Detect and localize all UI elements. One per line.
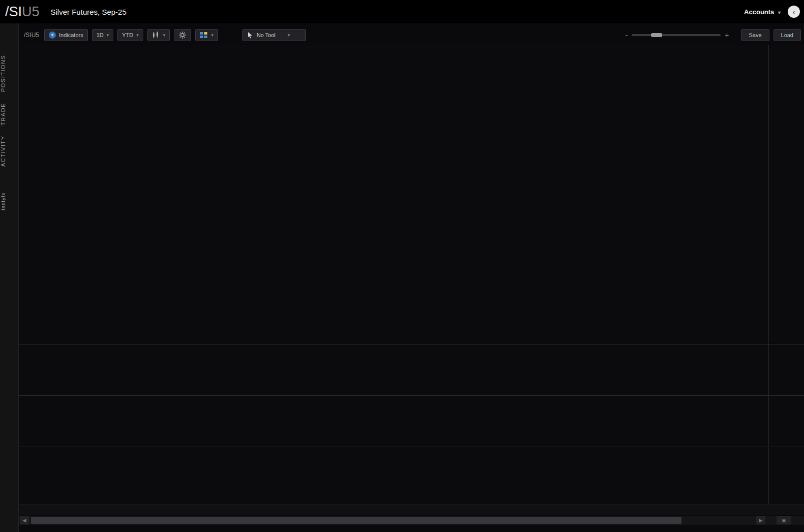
load-button[interactable]: Load [774,29,801,41]
chevron-down-icon: ▾ [211,33,213,38]
save-button[interactable]: Save [741,29,769,41]
chevron-down-icon: ▾ [163,33,166,38]
range-value: YTD [122,32,133,38]
chart-toolbar: /SIU5 ✳ Indicators 1D ▾ YTD ▾ ▾ [22,27,801,43]
chart-settings-button[interactable] [174,29,191,41]
zoom-in-button[interactable]: + [725,31,729,39]
zoom-control: - + [622,31,733,39]
chevron-down-icon: ▾ [136,33,139,38]
cursor-icon [247,32,253,39]
load-label: Load [781,32,793,38]
macd-panel [19,344,804,395]
range-dropdown[interactable]: YTD ▾ [117,29,143,41]
indicators-button[interactable]: ✳ Indicators [44,29,88,41]
scroll-reset-button[interactable]: ▣ [777,516,791,524]
chevron-down-icon: ▾ [778,10,781,15]
symbol-suffix: U5 [22,4,40,20]
tool-label: No Tool [257,32,275,38]
account-circle-button[interactable]: ‹ [788,6,800,18]
toolbar-symbol-label: /SIU5 [24,32,39,39]
gear-icon [178,31,187,39]
zoom-slider-thumb[interactable] [651,33,662,37]
zoom-slider-track[interactable] [632,34,721,36]
timeframe-value: 1D [97,32,104,38]
price-chart-canvas[interactable] [19,45,768,343]
ivr-panel [19,447,804,504]
indicators-icon: ✳ [49,32,56,39]
sidebar-tab-activity[interactable]: ACTIVITY [0,131,19,171]
macd-canvas[interactable] [19,345,768,395]
chart-region: /SIU5 ✳ Indicators 1D ▾ YTD ▾ ▾ [19,23,804,532]
timeframe-dropdown[interactable]: 1D ▾ [92,29,114,41]
sidebar-tab-tastyfx[interactable]: tastyfx [0,185,19,217]
accounts-button[interactable]: Accounts ▾ [744,8,781,16]
price-chart-panel [19,45,804,343]
price-axis[interactable] [768,45,804,343]
scrollbar-thumb[interactable] [31,517,682,524]
candlestick-chart-icon [152,32,160,39]
symbol-root: /SI [5,4,22,20]
stochastic-canvas[interactable] [19,396,768,446]
horizontal-scrollbar: ◀ ▶ ▣ [19,516,804,525]
macd-axis[interactable] [768,345,804,395]
chevron-down-icon: ▾ [288,33,290,38]
instrument-title: Silver Futures, Sep-25 [51,8,127,16]
sidebar-tab-trade[interactable]: TRADE [0,100,19,129]
stochastic-panel [19,395,804,446]
sidebar-tab-positions[interactable]: POSITIONS [0,48,19,99]
zoom-out-button[interactable]: - [626,31,628,39]
quote-header: /SI U5 Silver Futures, Sep-25 Accounts ▾… [0,0,804,23]
indicators-label: Indicators [59,32,83,38]
layout-grid-icon [200,32,208,39]
scroll-right-button[interactable]: ▶ [756,516,765,524]
trading-platform-window: /SI U5 Silver Futures, Sep-25 Accounts ▾… [0,0,804,532]
chevron-down-icon: ▾ [107,33,109,38]
symbol-title: /SI U5 [5,4,40,20]
ivr-axis[interactable] [768,447,804,504]
layout-grid-dropdown[interactable]: ▾ [195,29,218,41]
ivr-canvas[interactable] [19,447,768,504]
scroll-left-button[interactable]: ◀ [20,516,29,524]
chart-type-dropdown[interactable]: ▾ [147,29,170,41]
time-axis[interactable] [19,505,804,515]
accounts-label: Accounts [744,8,774,16]
left-sidebar: POSITIONS TRADE ACTIVITY tastyfx [0,23,19,532]
header-right: Accounts ▾ ‹ [744,6,800,18]
drawing-tool-dropdown[interactable]: No Tool ▾ [242,29,306,41]
stochastic-axis[interactable] [768,396,804,446]
save-label: Save [749,32,761,38]
